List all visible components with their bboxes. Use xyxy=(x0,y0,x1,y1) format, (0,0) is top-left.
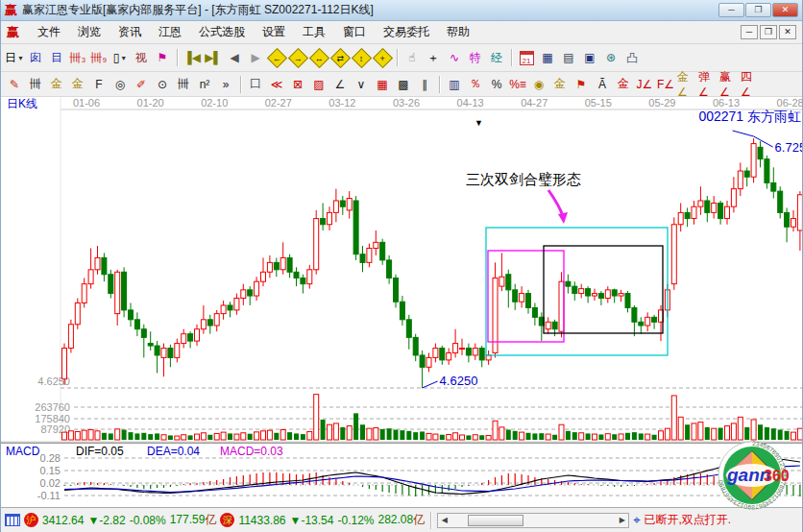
macd-pane[interactable]: 0.280.150.02-0.11MACDDIF=0.05DEA=0.04MAC… xyxy=(1,444,802,507)
gold-angle-button[interactable]: 金∠ xyxy=(676,74,697,94)
candle-flag-button[interactable]: ⚑ xyxy=(571,74,592,94)
price-grid2-button[interactable]: ▩ xyxy=(393,74,414,94)
classic-tool-button[interactable]: 经 xyxy=(486,48,507,68)
ying-angle-button[interactable]: 赢∠ xyxy=(718,74,740,94)
prev-bar-button[interactable]: ◀ xyxy=(224,48,245,68)
menu-item-7[interactable]: 窗口 xyxy=(334,21,375,43)
expand-vertical-button[interactable]: ↕ xyxy=(351,48,372,68)
gold-circle-button[interactable]: ◉ xyxy=(528,74,549,94)
rocket-chart-button[interactable]: ✐ xyxy=(131,74,152,94)
min3-kline-button[interactable]: 卌₃ xyxy=(67,48,88,68)
n2-button[interactable]: n² xyxy=(194,74,215,94)
menu-item-8[interactable]: 交易委托 xyxy=(375,21,438,43)
candle-style-button[interactable]: ▯▼ xyxy=(110,48,131,68)
info-panel-button[interactable]: 目 xyxy=(46,48,67,68)
window-control-0-button[interactable]: ─ xyxy=(718,3,744,17)
pct-line-button[interactable]: ％ xyxy=(465,74,486,94)
calendar-button[interactable]: 21 xyxy=(516,48,537,68)
sz-market-icon[interactable]: 深 xyxy=(220,513,234,527)
gold-line-button[interactable]: 金 xyxy=(549,74,571,94)
title-bar[interactable]: 赢 赢家江恩专业版[赢家内部服务平台] - [东方雨虹 SZ002271-112… xyxy=(1,0,802,21)
menu-item-4[interactable]: 公式选股 xyxy=(190,21,254,43)
expand-horizontal-button[interactable]: ↔ xyxy=(308,48,329,68)
scroll-right-icon[interactable]: ▶ xyxy=(616,514,628,527)
report-view-button[interactable]: 视 xyxy=(131,48,152,68)
gann-grid-button[interactable]: ▨ xyxy=(308,74,329,94)
menu-item-9[interactable]: 帮助 xyxy=(438,21,478,43)
child-control-2-button[interactable]: ✕ xyxy=(779,25,796,39)
first-bar-button[interactable]: ▐◀ xyxy=(182,48,203,68)
menu-item-6[interactable]: 工具 xyxy=(294,21,334,43)
segment-draw-button[interactable]: ∿ xyxy=(444,48,465,68)
scroll-thumb[interactable] xyxy=(468,515,523,526)
si-angle-button[interactable]: 四∠ xyxy=(740,74,761,94)
kline-chart[interactable]: 01-0601-2002-1002-2703-1203-2604-1304-27… xyxy=(1,97,802,441)
sh-market-icon[interactable]: 沪 xyxy=(24,513,38,527)
min9-kline-button[interactable]: 卌₉ xyxy=(88,48,110,68)
connection-antenna-icon[interactable]: ⌖ xyxy=(633,513,640,528)
save-button[interactable]: ▣ xyxy=(579,48,600,68)
kline-chart-pane[interactable]: 01-0601-2002-1002-2703-1203-2604-1304-27… xyxy=(1,97,802,441)
menu-item-1[interactable]: 浏览 xyxy=(69,21,110,43)
volume-flag-button[interactable]: ⚑ xyxy=(152,48,173,68)
crosshair-button[interactable]: ＋ xyxy=(423,48,444,68)
calculator-button[interactable]: ▦ xyxy=(537,48,558,68)
special-tool-button[interactable]: 特 xyxy=(465,48,486,68)
macd-chart[interactable]: 0.280.150.02-0.11MACDDIF=0.05DEA=0.04MAC… xyxy=(1,444,802,507)
sz-amount: 282.08 xyxy=(378,513,414,526)
j-angle-button[interactable]: J∠ xyxy=(634,74,655,94)
menu-item-5[interactable]: 设置 xyxy=(254,21,294,43)
gold-red-button[interactable]: 金 xyxy=(613,74,634,94)
child-control-0-button[interactable]: ─ xyxy=(741,25,758,39)
notepad-button[interactable]: ▤ xyxy=(558,48,579,68)
menu-item-0[interactable]: 文件 xyxy=(29,21,69,43)
last-bar-button[interactable]: ▶▌ xyxy=(203,48,224,68)
column-stat-button[interactable]: ▥ xyxy=(444,74,465,94)
hash-button[interactable]: 卌 xyxy=(173,74,194,94)
gold-grid-button[interactable]: 金 xyxy=(46,74,67,94)
angle-line-button[interactable]: ∠ xyxy=(329,74,351,94)
gann-fan-button[interactable]: ≪ xyxy=(266,74,287,94)
price-grid-button[interactable]: ▦ xyxy=(372,74,393,94)
scroll-left-icon[interactable]: ◀ xyxy=(438,514,450,527)
macd-pane-label: MACD xyxy=(6,445,40,458)
gann-box-button[interactable]: ⊠ xyxy=(287,74,308,94)
window-control-1-button[interactable]: ❐ xyxy=(745,3,771,17)
box-tool-button[interactable]: 囗 xyxy=(245,74,266,94)
draw-pen-button[interactable]: ✎ xyxy=(4,74,25,94)
polyline-icon: ∨ xyxy=(357,78,366,91)
prev-bar-icon: ◀ xyxy=(230,51,238,64)
f-angle-button[interactable]: F∠ xyxy=(655,74,676,94)
retrace-button[interactable]: %≡ xyxy=(507,74,528,94)
connection-status[interactable]: 已断开,双点打开. xyxy=(645,512,732,528)
window-controls: ─❐✕ xyxy=(718,3,798,17)
wave-button[interactable]: Ã xyxy=(592,74,613,94)
shift-left-button[interactable]: ← xyxy=(266,48,287,68)
next-bar-button[interactable]: ▶ xyxy=(245,48,266,68)
menu-item-2[interactable]: 资讯 xyxy=(110,21,150,43)
percent-button[interactable]: % xyxy=(486,74,507,94)
more-tools-button[interactable]: » xyxy=(215,74,236,94)
quote-grid-icon[interactable] xyxy=(5,514,20,526)
shift-right-button[interactable]: → xyxy=(287,48,308,68)
cursor-marker-icon: ▼ xyxy=(474,118,483,128)
f-grid-button[interactable]: F xyxy=(88,74,110,94)
spiral-button[interactable]: ◎ xyxy=(110,74,131,94)
grid-tool-button[interactable]: 卌 xyxy=(25,74,46,94)
window-control-2-button[interactable]: ✕ xyxy=(772,3,798,17)
compress-horizontal-button[interactable]: ⇄ xyxy=(329,48,351,68)
time-cycle-button[interactable]: ⊙ xyxy=(152,74,173,94)
market-window-button[interactable]: 囱 xyxy=(25,48,46,68)
print-button[interactable]: 凸 xyxy=(621,48,643,68)
tan-angle-button[interactable]: 弹∠ xyxy=(697,74,718,94)
menu-item-3[interactable]: 江恩 xyxy=(150,21,190,43)
export-button[interactable]: ⊛ xyxy=(600,48,621,68)
parallel-button[interactable]: ∥ xyxy=(414,74,435,94)
kline-period-button[interactable]: 日▼ xyxy=(4,48,25,68)
zoom-full-button[interactable]: + xyxy=(372,48,393,68)
chart-hscrollbar[interactable]: ◀ ▶ xyxy=(437,513,629,528)
gold-grid2-button[interactable]: 金 xyxy=(67,74,88,94)
child-control-1-button[interactable]: ❐ xyxy=(760,25,777,39)
pan-hand-button[interactable]: ☝ xyxy=(402,48,423,68)
polyline-button[interactable]: ∨ xyxy=(351,74,372,94)
